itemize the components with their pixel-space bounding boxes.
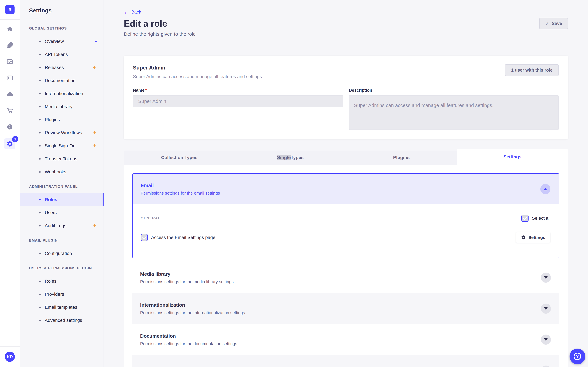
selected-text-highlight: Single xyxy=(277,155,291,160)
info-icon[interactable] xyxy=(6,123,13,131)
bullet-icon xyxy=(39,93,41,94)
check-icon: ✓ xyxy=(545,21,549,26)
sidebar-item-up-advanced-settings[interactable]: Advanced settings xyxy=(20,314,104,327)
bullet-icon xyxy=(39,212,41,214)
bullet-icon xyxy=(39,253,41,254)
sidebar-item-global-overview[interactable]: Overview xyxy=(20,35,104,48)
back-label: Back xyxy=(131,10,141,15)
bullet-icon xyxy=(39,132,41,133)
permission-checkbox-group: Access the Email Settings page xyxy=(141,234,216,241)
accordion-titles: DocumentationPermissions settings for th… xyxy=(140,333,237,346)
name-input[interactable] xyxy=(133,95,343,107)
strapi-logo[interactable] xyxy=(5,5,15,14)
sidebar-item-label: Advanced settings xyxy=(45,318,82,323)
accordion-row-internationalization[interactable]: InternationalizationPermissions settings… xyxy=(132,293,559,324)
role-form-fields: Name* Description Super Admins can acces… xyxy=(133,87,559,131)
sidebar-item-global-single-sign-on[interactable]: Single Sign-On xyxy=(20,139,104,152)
sidebar-item-global-review-workflows[interactable]: Review Workflows xyxy=(20,126,104,139)
sidebar-item-admin-roles[interactable]: Roles xyxy=(20,193,104,206)
home-icon[interactable] xyxy=(6,25,13,33)
expand-documentation-button[interactable] xyxy=(541,334,551,345)
user-avatar[interactable]: KD xyxy=(5,352,15,362)
users-with-role-button[interactable]: 1 user with this role xyxy=(505,64,559,76)
sidebar-item-label: Email templates xyxy=(45,305,77,310)
bullet-icon xyxy=(39,225,41,226)
sidebar-item-label: Roles xyxy=(45,279,57,284)
accordion-subtitle: Permissions settings for the documentati… xyxy=(140,341,237,346)
bullet-icon xyxy=(39,145,41,147)
sidebar-item-global-releases[interactable]: Releases xyxy=(20,61,104,74)
sidebar-section-header-global: GLOBAL SETTINGS xyxy=(20,22,104,35)
sidebar-item-email-configuration[interactable]: Configuration xyxy=(20,247,104,260)
help-button[interactable]: ? xyxy=(570,349,585,364)
question-mark-icon: ? xyxy=(574,353,581,360)
bullet-icon xyxy=(39,106,41,108)
select-all-checkbox[interactable] xyxy=(521,215,528,222)
expand-plugins-and-marketplace-button[interactable] xyxy=(541,366,551,367)
sidebar-sections: GLOBAL SETTINGSOverviewAPI TokensRelease… xyxy=(20,22,104,327)
sidebar-item-label: Single Sign-On xyxy=(45,143,76,149)
sidebar-item-label: Plugins xyxy=(45,117,60,122)
email-settings-button[interactable]: Settings xyxy=(516,232,550,243)
sidebar-title: Settings xyxy=(29,7,104,14)
accordion-titles: Media libraryPermissions settings for th… xyxy=(140,271,233,284)
sidebar-item-global-media-library[interactable]: Media Library xyxy=(20,100,104,113)
bullet-icon xyxy=(39,67,41,68)
sidebar-item-global-webhooks[interactable]: Webhooks xyxy=(20,165,104,178)
chevron-down-icon xyxy=(544,276,548,279)
sidebar-item-label: Users xyxy=(45,210,57,215)
accordion-row-plugins-and-marketplace[interactable]: Plugins and marketplace xyxy=(132,355,559,367)
description-textarea[interactable]: Super Admins can access and manage all f… xyxy=(349,95,559,130)
sidebar-item-admin-users[interactable]: Users xyxy=(20,206,104,219)
marketplace-cart-icon[interactable] xyxy=(6,107,13,114)
lightning-icon xyxy=(92,130,97,135)
sidebar-item-global-internationalization[interactable]: Internationalization xyxy=(20,87,104,100)
sidebar-item-up-roles[interactable]: Roles xyxy=(20,275,104,288)
settings-permissions-panel: Email Permissions settings for the email… xyxy=(124,165,568,367)
tab-single-types[interactable]: Single Types xyxy=(235,150,346,165)
gear-icon xyxy=(521,235,526,240)
back-link[interactable]: ← Back xyxy=(124,9,141,15)
content-manager-icon[interactable] xyxy=(6,42,13,49)
lightning-icon xyxy=(92,223,97,228)
accordion-title: Media library xyxy=(140,271,233,277)
sidebar-item-up-email-templates[interactable]: Email templates xyxy=(20,301,104,314)
sidebar-item-admin-audit-logs[interactable]: Audit Logs xyxy=(20,219,104,232)
notification-dot xyxy=(95,41,97,42)
accordion-row-media-library[interactable]: Media libraryPermissions settings for th… xyxy=(132,262,559,293)
back-arrow-icon: ← xyxy=(124,9,129,15)
sidebar-item-global-documentation[interactable]: Documentation xyxy=(20,74,104,87)
save-button-label: Save xyxy=(552,21,562,26)
deploy-cloud-icon[interactable] xyxy=(6,91,13,98)
accordion-titles: InternationalizationPermissions settings… xyxy=(140,302,245,316)
save-button[interactable]: ✓ Save xyxy=(539,18,568,29)
content-type-builder-icon[interactable] xyxy=(6,74,13,82)
sidebar-item-global-transfer-tokens[interactable]: Transfer Tokens xyxy=(20,152,104,165)
sidebar-item-up-providers[interactable]: Providers xyxy=(20,288,104,301)
sidebar-item-global-plugins[interactable]: Plugins xyxy=(20,113,104,126)
sidebar-item-label: Media Library xyxy=(45,104,72,109)
settings-gear-icon[interactable]: 1 xyxy=(4,138,15,150)
collapse-email-button[interactable] xyxy=(540,184,550,194)
expand-internationalization-button[interactable] xyxy=(541,304,551,314)
tab-settings[interactable]: Settings xyxy=(457,149,568,165)
app-root: 1 KD Settings GLOBAL SETTINGSOverviewAPI… xyxy=(0,0,588,367)
tab-plugins[interactable]: Plugins xyxy=(346,150,457,165)
access-email-settings-checkbox[interactable] xyxy=(141,234,148,241)
general-section-row: GENERAL Select all xyxy=(141,215,550,222)
sidebar-section-header-admin: ADMINISTRATION PANEL xyxy=(20,180,104,193)
tab-collection-types[interactable]: Collection Types xyxy=(124,150,235,165)
main-nav-rail: 1 KD xyxy=(0,0,20,367)
bullet-icon xyxy=(39,307,41,308)
email-accordion-header[interactable]: Email Permissions settings for the email… xyxy=(133,174,559,204)
lightning-icon xyxy=(92,65,97,70)
rail-bottom: KD xyxy=(0,346,20,367)
select-all-label: Select all xyxy=(532,216,550,221)
bullet-icon xyxy=(39,119,41,121)
expand-media-library-button[interactable] xyxy=(541,273,551,283)
rail-icon-list: 1 xyxy=(4,20,15,148)
page-subtitle: Define the rights given to the role xyxy=(124,31,568,38)
media-library-icon[interactable] xyxy=(6,58,13,65)
accordion-row-documentation[interactable]: DocumentationPermissions settings for th… xyxy=(132,324,559,355)
sidebar-item-global-api-tokens[interactable]: API Tokens xyxy=(20,48,104,61)
